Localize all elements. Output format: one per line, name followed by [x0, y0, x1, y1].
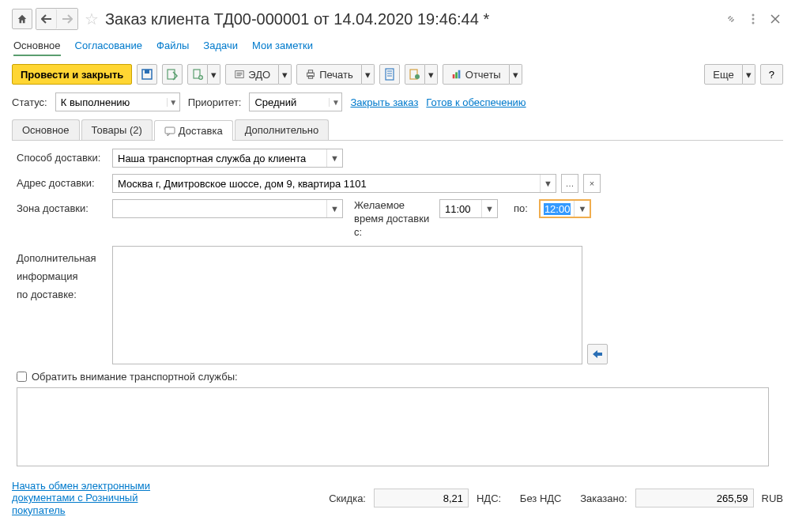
reports-button[interactable]: Отчеты — [443, 64, 510, 85]
innertab-additional[interactable]: Дополнительно — [235, 119, 330, 140]
save-icon — [141, 68, 153, 81]
start-edo-link[interactable]: Начать обмен электронными документами с … — [12, 480, 194, 517]
print-button[interactable]: Печать — [296, 64, 362, 85]
navtab-tasks[interactable]: Задачи — [203, 36, 238, 56]
edo-button[interactable]: ЭДО — [225, 64, 279, 85]
extra-info-textarea[interactable] — [112, 246, 582, 364]
more-dropdown[interactable]: ▾ — [743, 64, 755, 85]
time-label: Желаемое время доставки с: — [348, 199, 435, 240]
attention-label: Обратить внимание транспортной службы: — [32, 371, 238, 383]
priority-select[interactable] — [250, 93, 329, 111]
navtab-files[interactable]: Файлы — [156, 36, 189, 56]
link-button[interactable] — [723, 9, 739, 29]
time-to-label: по: — [503, 199, 534, 214]
address-input[interactable] — [113, 175, 540, 192]
discount-label: Скидка: — [329, 492, 366, 504]
status-select[interactable] — [56, 93, 167, 111]
zone-input[interactable] — [113, 200, 326, 217]
priority-label: Приоритет: — [188, 96, 242, 108]
post-button[interactable] — [162, 64, 183, 85]
address-label: Адрес доставки: — [17, 174, 107, 189]
navtab-notes[interactable]: Мои заметки — [252, 36, 313, 56]
chat-icon — [164, 126, 175, 136]
post-icon — [166, 68, 179, 81]
address-dropdown[interactable]: ▼ — [540, 175, 556, 192]
home-icon — [17, 13, 28, 25]
svg-rect-18 — [165, 127, 175, 134]
svg-point-14 — [415, 74, 420, 79]
menu-button[interactable] — [745, 9, 761, 29]
svg-rect-12 — [386, 69, 394, 80]
reports-dropdown[interactable]: ▾ — [510, 64, 522, 85]
ordered-value — [635, 489, 754, 507]
svg-point-0 — [752, 14, 755, 17]
home-button[interactable] — [12, 9, 32, 29]
print-icon — [305, 69, 316, 80]
post-and-close-button[interactable]: Провести и закрыть — [12, 64, 132, 85]
forward-button[interactable] — [57, 9, 77, 29]
reports-icon — [451, 69, 462, 80]
print-dropdown[interactable]: ▾ — [362, 64, 375, 85]
attention-textarea[interactable] — [17, 387, 769, 466]
delivery-method-input[interactable] — [113, 149, 326, 167]
create-based-on-button[interactable] — [187, 64, 208, 85]
more-button[interactable]: Еще — [704, 64, 742, 85]
svg-point-1 — [752, 18, 755, 21]
edo-dropdown[interactable]: ▾ — [279, 64, 292, 85]
svg-rect-15 — [453, 74, 455, 78]
extra-info-label-2: информация — [17, 267, 107, 285]
status-dropdown[interactable]: ▼ — [167, 98, 179, 107]
delivery-method-dropdown[interactable]: ▼ — [326, 149, 342, 167]
discount-value — [374, 489, 469, 507]
innertab-main[interactable]: Основное — [12, 119, 80, 140]
close-icon — [771, 14, 780, 24]
delivery-method-label: Способ доставки: — [17, 149, 107, 164]
edo-icon — [234, 69, 245, 80]
save-button[interactable] — [137, 64, 157, 85]
status-label: Статус: — [12, 96, 47, 108]
arrow-right-icon — [62, 14, 73, 24]
extra-info-label-1: Дополнительная — [17, 249, 107, 267]
svg-point-2 — [752, 22, 755, 25]
arrow-left-icon — [41, 14, 52, 24]
innertab-goods[interactable]: Товары (2) — [81, 119, 153, 140]
svg-rect-5 — [168, 70, 175, 79]
zone-label: Зона доставки: — [17, 199, 107, 214]
attach-button[interactable] — [405, 64, 425, 85]
time-to-input[interactable]: 12:00 — [541, 201, 575, 217]
svg-rect-17 — [458, 70, 461, 79]
svg-rect-10 — [309, 70, 313, 74]
attention-checkbox[interactable] — [17, 372, 27, 382]
link-icon — [725, 13, 737, 25]
close-order-link[interactable]: Закрыть заказ — [350, 96, 418, 108]
address-clear-button[interactable]: × — [584, 175, 600, 192]
time-from-dropdown[interactable]: ▼ — [481, 200, 497, 217]
extra-info-label-3: по доставке: — [17, 285, 107, 304]
svg-rect-4 — [145, 70, 149, 74]
help-button[interactable]: ? — [760, 64, 783, 85]
transfer-left-button[interactable] — [587, 344, 608, 364]
ready-supply-link[interactable]: Готов к обеспечению — [426, 96, 526, 108]
attach-icon — [409, 68, 421, 81]
innertab-delivery[interactable]: Доставка — [154, 120, 233, 141]
document-plus-icon — [191, 68, 204, 81]
kebab-icon — [752, 13, 755, 25]
time-to-dropdown[interactable]: ▼ — [574, 201, 590, 217]
navtab-main[interactable]: Основное — [13, 36, 61, 56]
navtab-approval[interactable]: Согласование — [75, 36, 142, 56]
address-more-button[interactable]: … — [562, 175, 578, 192]
priority-dropdown[interactable]: ▼ — [329, 98, 341, 107]
back-button[interactable] — [36, 9, 57, 29]
attach-dropdown[interactable]: ▾ — [425, 64, 438, 85]
doc-icon — [384, 68, 395, 81]
close-button[interactable] — [767, 9, 783, 29]
time-from-input[interactable] — [440, 200, 481, 217]
create-based-on-dropdown[interactable]: ▾ — [208, 64, 220, 85]
vat-value: Без НДС — [509, 492, 572, 504]
ordered-label: Заказано: — [580, 492, 627, 504]
svg-rect-16 — [455, 72, 458, 78]
vat-label: НДС: — [477, 492, 501, 504]
favorite-star-icon[interactable]: ☆ — [85, 9, 99, 28]
document-button[interactable] — [379, 64, 400, 85]
zone-dropdown[interactable]: ▼ — [326, 200, 342, 217]
